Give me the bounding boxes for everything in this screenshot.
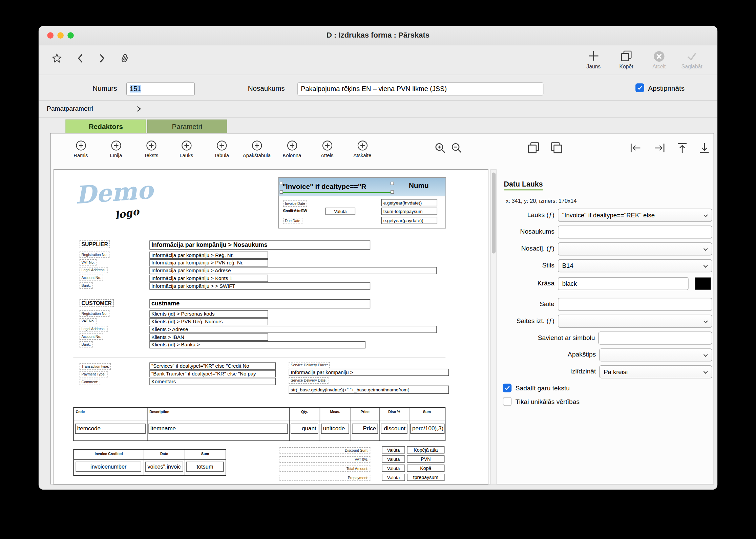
breadcrumb-chevron-icon[interactable] (136, 106, 142, 114)
izlidzinat-select[interactable]: Pa kreisi (599, 365, 712, 378)
totals-label[interactable]: Prepayment: (280, 475, 371, 481)
credited-table[interactable]: Invoice Credited Date Sum invoicenumber … (73, 449, 226, 476)
totals-label[interactable]: VAT 0%: (280, 456, 371, 463)
totals-currency[interactable]: Valūta (382, 474, 405, 481)
unique-values-checkbox[interactable] (503, 397, 512, 406)
delivery-place-field[interactable]: Informācija par kompāniju > (289, 369, 449, 376)
transaction-field[interactable]: "Bank Transfer" if dealtype!="KR" else "… (149, 370, 276, 377)
number-input[interactable]: 151 (126, 82, 195, 95)
scrollbar-thumb[interactable] (492, 173, 496, 254)
totals-formula-field[interactable]: tsum-totprepaysum (381, 208, 437, 215)
tab-parameters[interactable]: Parametri (147, 120, 227, 133)
align-right-icon[interactable] (653, 142, 666, 156)
currency-field[interactable]: Valūta (326, 208, 355, 215)
paperclip-icon[interactable] (116, 51, 132, 68)
cancel-button[interactable]: Atcelt (645, 49, 673, 69)
lauks-select[interactable]: "Invoice" if dealtype=="REK" else (558, 209, 712, 221)
totals-currency[interactable]: Valūta (382, 465, 405, 472)
totals-value[interactable]: Kopā (407, 465, 444, 472)
tab-editor[interactable]: Redaktors (66, 120, 146, 133)
items-header[interactable]: Price (351, 410, 379, 414)
customer-field[interactable]: Klients (id) > Banka > (149, 341, 365, 348)
due-date-label[interactable]: Due Date (283, 218, 302, 224)
items-cell[interactable]: perc/100),3) (410, 424, 444, 434)
logo-subtext[interactable]: logo (114, 205, 140, 221)
tool-frame-button[interactable]: Rāmis (63, 137, 98, 167)
align-top-icon[interactable] (676, 142, 688, 156)
selection-handle[interactable] (391, 190, 394, 194)
apakstips-select[interactable] (599, 348, 712, 361)
tool-field-button[interactable]: Lauks (169, 137, 204, 167)
selection-handle[interactable] (280, 190, 283, 194)
split-long-text-checkbox[interactable] (503, 384, 512, 392)
customer-label[interactable]: Registration No. (80, 310, 109, 317)
credited-cell[interactable]: voices",invoic (145, 462, 183, 472)
delivery-place-label[interactable]: Service Delivery Place: (289, 362, 330, 368)
invoice-date-field[interactable]: e.getyear(invdate)) (381, 199, 437, 206)
tool-subtable-button[interactable]: Apakštabula (239, 137, 274, 167)
items-cell[interactable]: unitcode (321, 424, 349, 434)
items-header[interactable]: Disc % (379, 410, 409, 414)
stils-select[interactable]: B14 (558, 259, 712, 272)
invoice-date-label[interactable]: Invoice Date (283, 200, 307, 207)
items-cell[interactable]: discount (381, 424, 407, 434)
zoom-out-icon[interactable] (451, 142, 463, 156)
title-bar[interactable]: D : Izdrukas forma : Pārskats (39, 26, 717, 45)
back-button-icon[interactable] (76, 53, 85, 66)
nosaukums-input[interactable] (558, 225, 712, 238)
tool-table-button[interactable]: Tabula (204, 137, 239, 167)
selection-handle[interactable] (280, 182, 283, 185)
forward-button-icon[interactable] (98, 53, 106, 66)
nosacij-select[interactable] (558, 242, 712, 255)
customer-label[interactable]: Account No. (80, 333, 103, 340)
totals-currency[interactable]: Valūta (382, 455, 405, 462)
save-button[interactable]: Saglabāt (678, 49, 706, 69)
credited-cell[interactable]: totsum (186, 462, 224, 472)
krasa-input[interactable] (558, 277, 689, 290)
design-canvas[interactable]: Demo logo "Invoice" if dealtype=="R Numu… (54, 169, 488, 485)
logo-text[interactable]: Demo (74, 176, 154, 210)
supplier-field[interactable]: Informācija par kompāniju > Konts 1 (149, 275, 268, 282)
customer-label[interactable]: Legal Address: (80, 326, 107, 332)
supplier-label[interactable]: VAT No. (80, 259, 97, 266)
customer-field[interactable]: Klients > IBAN (149, 333, 268, 341)
delivery-date-field[interactable]: str(_base.getday(invdate))+" "+_base.get… (289, 386, 449, 394)
supplier-field[interactable]: Informācija par kompāniju > Reģ. Nr. (149, 252, 268, 259)
items-table[interactable]: Code Description Qty. Meas. Price Disc %… (73, 407, 445, 441)
transaction-label[interactable]: Comment: (80, 379, 100, 385)
approved-checkbox[interactable] (635, 83, 644, 92)
saite-input[interactable] (558, 298, 712, 311)
customer-title[interactable]: CUSTOMER (80, 299, 114, 307)
saites-izt-select[interactable] (558, 315, 712, 328)
items-cell[interactable]: itemname (148, 424, 288, 434)
items-header[interactable]: Sum (409, 410, 445, 414)
totals-currency[interactable]: Valūta (382, 446, 405, 453)
items-header[interactable]: Description (149, 410, 169, 414)
totals-value[interactable]: Kopējā atla (407, 446, 444, 453)
tool-column-button[interactable]: Kolonna (274, 137, 310, 167)
items-header[interactable]: Meas. (320, 410, 351, 414)
credited-header[interactable]: Sum (185, 452, 226, 456)
totals-value[interactable]: PVN (407, 455, 444, 462)
transaction-label[interactable]: Transaction type: (80, 363, 111, 370)
selection-handle[interactable] (391, 182, 394, 185)
vertical-scrollbar[interactable] (490, 169, 497, 485)
zoom-in-icon[interactable] (435, 142, 447, 156)
customer-field[interactable]: Klients (id) > PVN Reģ. Numurs (149, 318, 268, 325)
tool-report-button[interactable]: Atskaite (345, 137, 380, 167)
invoice-header-block[interactable]: "Invoice" if dealtype=="R Numu Invoice D… (278, 177, 446, 229)
supplier-label[interactable]: Legal Address: (80, 267, 107, 274)
breadcrumb[interactable]: Pamatparametri (47, 105, 93, 112)
savienot-input[interactable] (598, 331, 712, 344)
align-left-icon[interactable] (629, 142, 642, 156)
favorite-star-icon[interactable] (51, 52, 63, 66)
transaction-label[interactable]: Payment Type: (80, 371, 107, 378)
customer-field[interactable]: Klients (id) > Personas kods (149, 310, 268, 318)
totals-label[interactable]: Total Amount: (280, 466, 371, 472)
supplier-name-field[interactable]: Informācija par kompāniju > Nosaukums (149, 240, 370, 250)
tool-text-button[interactable]: Teksts (133, 137, 169, 167)
supplier-label[interactable]: Account No. (80, 275, 103, 281)
items-cell[interactable]: quant (291, 424, 318, 434)
items-cell[interactable]: Price (352, 424, 378, 434)
credited-header[interactable]: Invoice Credited (74, 452, 144, 456)
